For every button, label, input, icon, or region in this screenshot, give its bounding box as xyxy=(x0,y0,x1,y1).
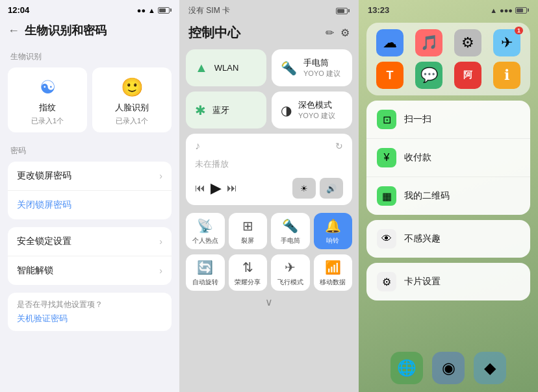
panel-wechat: 13:23 ▲ ●●● ☁ 🎵 ⚙ ✈ 1 T xyxy=(359,0,538,392)
screen-split-label: 裂屏 xyxy=(241,236,254,245)
battery-2 xyxy=(336,8,350,14)
flashlight-sub: YOYO 建议 xyxy=(303,69,340,79)
mobile-data-tile[interactable]: 📶 移动数据 xyxy=(314,254,353,291)
status-bar-1: 12:04 ●● ▲ xyxy=(0,0,179,18)
alibaba-icon: 阿 xyxy=(454,62,481,89)
app-baidu[interactable]: ☁ xyxy=(373,29,407,56)
hotspot-label: 个人热点 xyxy=(192,236,218,245)
not-interested-menu: 👁 不感兴趣 xyxy=(366,220,530,258)
fingerprint-icon: ☯ xyxy=(40,77,56,98)
honor-share-tile[interactable]: ⇅ 荣耀分享 xyxy=(229,254,268,291)
close-lock-item[interactable]: 关闭锁屏密码 xyxy=(8,191,172,219)
back-button[interactable]: ← xyxy=(8,24,19,38)
pay-item[interactable]: ¥ 收付款 xyxy=(366,139,530,177)
settings-app-icon: ⚙ xyxy=(454,29,481,56)
hotspot-tile[interactable]: 📡 个人热点 xyxy=(186,213,225,249)
settings-icon[interactable]: ⚙ xyxy=(340,27,350,39)
security-item[interactable]: 安全锁定设置 › xyxy=(8,227,172,256)
hint-link[interactable]: 关机验证密码 xyxy=(17,313,162,325)
screen-split-tile[interactable]: ⊞ 裂屏 xyxy=(229,213,268,249)
chevron-icon-2: › xyxy=(159,236,162,247)
airplane-tile[interactable]: ✈ 飞行模式 xyxy=(271,254,310,291)
face-card[interactable]: 🙂 人脸识别 已录入1个 xyxy=(92,67,172,132)
app-alibaba[interactable]: 阿 xyxy=(451,62,485,89)
fingerprint-sub: 已录入1个 xyxy=(31,116,64,126)
page-title: 生物识别和密码 xyxy=(25,23,107,38)
scan-icon: ⊡ xyxy=(377,110,396,129)
dark-mode-tile[interactable]: ◑ 深色模式 YOYO 建议 xyxy=(272,92,352,129)
honor-share-label: 荣耀分享 xyxy=(235,278,261,287)
wc-time: 13:23 xyxy=(368,5,389,15)
cc-title: 控制中心 xyxy=(188,24,240,42)
app-settings[interactable]: ⚙ xyxy=(451,29,485,56)
prev-button[interactable]: ⏮ xyxy=(195,182,205,194)
baidu-icon: ☁ xyxy=(376,29,404,56)
card-settings-menu: ⚙ 卡片设置 xyxy=(366,263,530,300)
wc-dock: 🌐 ◉ ◆ xyxy=(359,352,538,384)
wechat-app-icon: 💬 xyxy=(415,62,442,89)
app-info[interactable]: ℹ xyxy=(490,62,524,89)
change-lock-label: 更改锁屏密码 xyxy=(17,170,71,182)
wlan-tile[interactable]: ▲ WLAN xyxy=(186,49,266,86)
app-arrow[interactable]: ✈ 1 xyxy=(490,29,524,56)
app-taobao[interactable]: T xyxy=(373,62,407,89)
change-lock-item[interactable]: 更改锁屏密码 › xyxy=(8,162,172,191)
edit-icon[interactable]: ✏ xyxy=(326,27,334,39)
wifi-tile-icon: ▲ xyxy=(195,60,208,75)
chevron-icon-3: › xyxy=(159,265,162,276)
airplane-label: 飞行模式 xyxy=(277,278,303,287)
panel-biometric: 12:04 ●● ▲ ← 生物识别和密码 生物识别 ☯ 指纹 已录入1个 🙂 人… xyxy=(0,0,179,392)
qr-label: 我的二维码 xyxy=(404,190,450,202)
wc-status-bar: 13:23 ▲ ●●● xyxy=(359,0,538,18)
close-lock-label: 关闭锁屏密码 xyxy=(17,199,71,211)
airplane-icon: ✈ xyxy=(285,260,296,275)
bio-cards: ☯ 指纹 已录入1个 🙂 人脸识别 已录入1个 xyxy=(0,65,179,140)
app-wechat[interactable]: 💬 xyxy=(412,62,446,89)
screen-split-icon: ⊞ xyxy=(242,218,253,234)
smart-unlock-item[interactable]: 智能解锁 › xyxy=(8,256,172,285)
torch-label: 手电筒 xyxy=(281,236,300,245)
dock-icon-1[interactable]: 🌐 xyxy=(391,352,423,384)
play-button[interactable]: ▶ xyxy=(211,180,222,197)
scan-label: 扫一扫 xyxy=(404,114,431,125)
qr-item[interactable]: ▦ 我的二维码 xyxy=(366,177,530,215)
bluetooth-tile[interactable]: ✱ 蓝牙 xyxy=(186,92,266,129)
volume-slider[interactable]: 🔊 xyxy=(320,178,343,199)
bell-label: 响铃 xyxy=(326,236,339,245)
battery-3 xyxy=(515,7,529,14)
hotspot-icon: 📡 xyxy=(197,218,213,234)
rotate-icon: ↻ xyxy=(335,141,343,151)
brightness-slider[interactable]: ☀ xyxy=(292,178,316,199)
password-group: 更改锁屏密码 › 关闭锁屏密码 xyxy=(8,162,172,219)
cc-toggle-grid: ▲ WLAN 🔦 手电筒 YOYO 建议 ✱ 蓝牙 ◑ 深色模式 YOYO 建议 xyxy=(179,49,359,129)
app-music[interactable]: 🎵 xyxy=(412,29,446,56)
fingerprint-card[interactable]: ☯ 指纹 已录入1个 xyxy=(8,67,87,132)
not-interested-item[interactable]: 👁 不感兴趣 xyxy=(366,220,530,258)
pay-label: 收付款 xyxy=(404,152,431,164)
card-settings-label: 卡片设置 xyxy=(404,276,441,288)
not-playing-label: 未在播放 xyxy=(195,158,343,170)
dock-icon-3[interactable]: ◆ xyxy=(474,352,506,384)
fingerprint-label: 指纹 xyxy=(39,102,56,114)
card-settings-item[interactable]: ⚙ 卡片设置 xyxy=(366,263,530,300)
info-app-icon: ℹ xyxy=(493,62,520,89)
app-shelf: ☁ 🎵 ⚙ ✈ 1 T 💬 阿 ℹ xyxy=(366,23,530,95)
scan-item[interactable]: ⊡ 扫一扫 xyxy=(366,101,530,139)
auto-rotate-tile[interactable]: 🔄 自动旋转 xyxy=(186,254,225,291)
torch-tile[interactable]: 🔦 手电筒 xyxy=(271,213,310,249)
face-icon: 🙂 xyxy=(121,77,144,98)
mobile-data-icon: 📶 xyxy=(325,260,341,275)
next-button[interactable]: ⏭ xyxy=(227,182,237,194)
wc-signal-icon: ●●● xyxy=(500,6,513,14)
face-sub: 已录入1个 xyxy=(116,116,148,126)
music-app-icon: 🎵 xyxy=(415,29,442,56)
media-header: ♪ ↻ xyxy=(195,140,343,152)
flashlight-tile-icon: 🔦 xyxy=(281,60,297,76)
wc-main-menu: ⊡ 扫一扫 ¥ 收付款 ▦ 我的二维码 xyxy=(366,101,530,215)
cc-header-icons: ✏ ⚙ xyxy=(326,27,350,39)
dock-icon-2[interactable]: ◉ xyxy=(432,352,465,384)
bell-tile[interactable]: 🔔 响铃 xyxy=(314,213,353,249)
expand-chevron[interactable]: ∨ xyxy=(179,291,359,311)
mobile-data-label: 移动数据 xyxy=(320,278,346,287)
flashlight-tile[interactable]: 🔦 手电筒 YOYO 建议 xyxy=(272,49,352,86)
